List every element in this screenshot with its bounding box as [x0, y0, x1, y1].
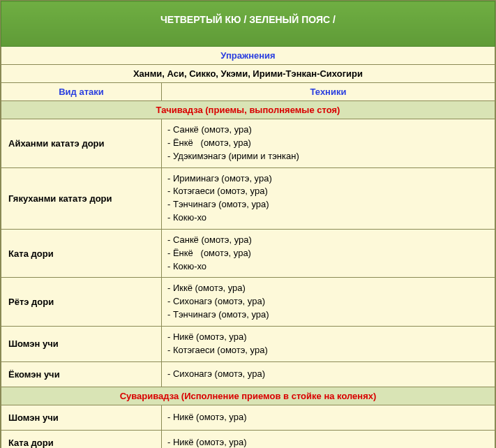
attack-cell: Ёкомэн учи [1, 361, 162, 387]
tech-line: - Иккё (омотэ, ура) [167, 282, 489, 295]
section-suwariwaza-label: Суваривадза (Исполнение приемов в стойке… [1, 387, 495, 405]
exercises-header: Упражнения [1, 47, 495, 65]
table-row: Шомэн учи - Никё (омотэ, ура) - Котэгаес… [1, 326, 495, 361]
table-row: Ката дори - Санкё (омотэ, ура) - Ёнкё (о… [1, 229, 495, 278]
page-title: ЧЕТВЕРТЫЙ КЮ / ЗЕЛЕНЫЙ ПОЯС / [1, 1, 495, 47]
attack-cell: Шомэн учи [1, 405, 162, 430]
tech-line: - Никё (омотэ, ура) [167, 436, 489, 448]
table-row: Ёкомэн учи - Сихонагэ (омотэ, ура) [1, 361, 495, 387]
attack-cell: Гякуханми кататэ дори [1, 167, 162, 229]
section-tachiwaza-label: Тачивадза (приемы, выполняемые стоя) [1, 101, 495, 119]
table-row: Ката дори - Никё (омотэ, ура) [1, 430, 495, 448]
tech-line: - Ириминагэ (омотэ, ура) [167, 172, 489, 186]
attack-cell: Айханми кататэ дори [1, 119, 162, 168]
tech-cell: - Никё (омотэ, ура) - Котэгаеси (омотэ, … [162, 326, 495, 361]
tech-cell: - Иккё (омотэ, ура) - Сихонагэ (омотэ, у… [162, 278, 495, 327]
title-row: ЧЕТВЕРТЫЙ КЮ / ЗЕЛЕНЫЙ ПОЯС / [1, 1, 495, 47]
table-row: Рётэ дори - Иккё (омотэ, ура) - Сихонагэ… [1, 278, 495, 327]
tech-cell: - Санкё (омотэ, ура) - Ёнкё (омотэ, ура)… [162, 229, 495, 278]
col-tech-header: Техники [162, 83, 495, 101]
tech-line: - Никё (омотэ, ура) [167, 411, 489, 424]
tech-line: - Кокю-хо [167, 211, 489, 225]
tech-line: - Ёнкё (омотэ, ура) [167, 247, 489, 260]
col-attack-header: Вид атаки [1, 83, 162, 101]
tech-line: - Ёнкё (омотэ, ура) [167, 137, 489, 150]
tech-line: - Санкё (омотэ, ура) [167, 124, 489, 137]
kyu-table: ЧЕТВЕРТЫЙ КЮ / ЗЕЛЕНЫЙ ПОЯС / Упражнения… [1, 1, 495, 448]
attack-cell: Рётэ дори [1, 278, 162, 327]
tech-line: - Удэкимэнагэ (ирими и тэнкан) [167, 150, 489, 163]
exercises-list-row: Ханми, Аси, Сикко, Укэми, Ирими-Тэнкан-С… [1, 65, 495, 83]
tech-line: - Санкё (омотэ, ура) [167, 234, 489, 247]
column-header-row: Вид атаки Техники [1, 83, 495, 101]
tech-line: - Сихонагэ (омотэ, ура) [167, 295, 489, 308]
tech-cell: - Никё (омотэ, ура) [162, 430, 495, 448]
tech-line: - Никё (омотэ, ура) [167, 331, 489, 344]
exercises-header-row: Упражнения [1, 47, 495, 65]
tech-cell: - Ириминагэ (омотэ, ура) - Котэгаеси (ом… [162, 167, 495, 229]
tech-line: - Тэнчинагэ (омотэ, ура) [167, 198, 489, 211]
attack-cell: Ката дори [1, 229, 162, 278]
attack-cell: Ката дори [1, 430, 162, 448]
tech-line: - Тэнчинагэ (омотэ, ура) [167, 308, 489, 322]
tech-line: - Кокю-хо [167, 260, 489, 274]
table-row: Айханми кататэ дори - Санкё (омотэ, ура)… [1, 119, 495, 168]
tech-cell: - Никё (омотэ, ура) [162, 405, 495, 430]
section-suwariwaza: Суваривадза (Исполнение приемов в стойке… [1, 387, 495, 405]
tech-cell: - Санкё (омотэ, ура) - Ёнкё (омотэ, ура)… [162, 119, 495, 168]
table-row: Гякуханми кататэ дори - Ириминагэ (омотэ… [1, 167, 495, 229]
kyu-table-container: ЧЕТВЕРТЫЙ КЮ / ЗЕЛЕНЫЙ ПОЯС / Упражнения… [0, 0, 496, 448]
exercises-list: Ханми, Аси, Сикко, Укэми, Ирими-Тэнкан-С… [1, 65, 495, 83]
section-tachiwaza: Тачивадза (приемы, выполняемые стоя) [1, 101, 495, 119]
table-row: Шомэн учи - Никё (омотэ, ура) [1, 405, 495, 430]
tech-cell: - Сихонагэ (омотэ, ура) [162, 361, 495, 387]
attack-cell: Шомэн учи [1, 326, 162, 361]
tech-line: - Котэгаеси (омотэ, ура) [167, 344, 489, 357]
tech-line: - Котэгаеси (омотэ, ура) [167, 185, 489, 198]
tech-line: - Сихонагэ (омотэ, ура) [167, 368, 489, 381]
